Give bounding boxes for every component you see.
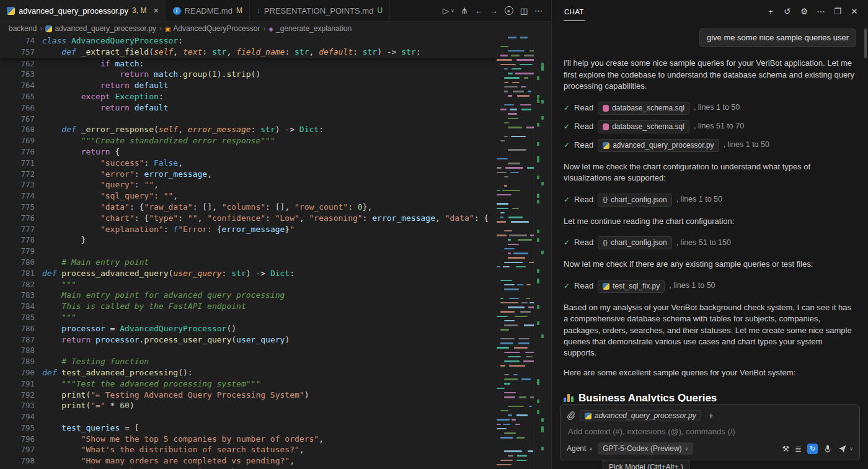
- more-actions-icon[interactable]: ⋯: [813, 4, 828, 19]
- tab-advanced_query_processor-py[interactable]: advanced_query_processor.py3, M×: [0, 0, 166, 21]
- check-icon: ✓: [564, 281, 570, 292]
- code-line: 792 print("✏ Testing Advanced Query Proc…: [0, 390, 495, 401]
- tool-action-label: Read: [574, 121, 593, 132]
- file-name: chart_config.json: [611, 195, 667, 205]
- tab-bar: advanced_query_processor.py3, M×iREADME.…: [0, 0, 551, 22]
- code-line: 777 "explanation": f"Error: {error_messa…: [0, 224, 495, 235]
- code-line: 74class AdvancedQueryProcessor:: [0, 35, 495, 47]
- markdown-file-icon: ↓: [257, 6, 260, 15]
- attached-file-chip[interactable]: advanced_query_processor.py: [580, 410, 701, 421]
- overview-ruler[interactable]: [534, 35, 551, 469]
- attach-context-button[interactable]: [567, 411, 575, 421]
- breadcrumb-item-advancedqueryprocessor[interactable]: ▣AdvancedQueryProcessor: [165, 24, 260, 33]
- assistant-paragraph: Based on my analysis of your VeriBot bac…: [564, 302, 856, 359]
- add-context-button[interactable]: +: [706, 410, 717, 421]
- split-editor-button[interactable]: ◫: [520, 6, 528, 16]
- code-line: 787 return processor.process_user_query(…: [0, 334, 495, 346]
- file-chip[interactable]: {}chart_config.json: [598, 236, 672, 249]
- line-content: [35, 411, 42, 422]
- tab-presentation_points-md[interactable]: ↓PRESENTATION_POINTS.mdU: [250, 0, 390, 21]
- line-content: "Show me the most expensive packages",: [35, 467, 265, 469]
- line-content: def test_advanced_processing():: [35, 367, 193, 378]
- json-file-icon: {}: [603, 195, 608, 204]
- line-number: 767: [0, 114, 35, 125]
- history-icon[interactable]: ↺: [780, 4, 795, 19]
- tool-call-row: ✓Read{}chart_config.json, lines 51 to 15…: [564, 235, 856, 251]
- line-content: "What's the distribution of search statu…: [35, 444, 304, 455]
- code-line: 796 "Show me the top 5 companies by numb…: [0, 434, 495, 445]
- file-chip[interactable]: advanced_query_processor.py: [598, 139, 719, 152]
- chat-input[interactable]: advanced_query_processor.py + Add contex…: [560, 404, 860, 460]
- chat-input-placeholder[interactable]: Add context (#), extensions (@), command…: [568, 427, 852, 436]
- run-dropdown-chevron[interactable]: ∨: [451, 8, 454, 14]
- code-line: 784 This is called by the FastAPI endpoi…: [0, 301, 495, 312]
- close-icon[interactable]: ✕: [847, 4, 862, 19]
- line-number: 795: [0, 422, 35, 434]
- close-tab-icon[interactable]: ×: [153, 6, 158, 16]
- code-line: 779: [0, 246, 495, 257]
- more-actions-button[interactable]: ⋯: [534, 6, 542, 16]
- file-chip[interactable]: database_schema.sql: [598, 102, 689, 115]
- line-content: processor = AdvancedQueryProcessor(): [35, 323, 236, 334]
- new-chat-icon[interactable]: +: [763, 4, 778, 19]
- minimap[interactable]: [495, 35, 534, 469]
- code-line: 766 return default: [0, 102, 495, 114]
- line-number: 772: [0, 169, 35, 180]
- file-chip[interactable]: database_schema.sql: [598, 120, 689, 133]
- configure-tools-icon[interactable]: ⚒: [782, 444, 790, 453]
- line-number: 782: [0, 279, 35, 290]
- tab-modified-badge: M: [236, 6, 242, 15]
- line-content: def _extract_field(self, text: str, fiel…: [35, 47, 421, 58]
- code-line: 789 # Testing function: [0, 356, 495, 367]
- line-content: """: [35, 279, 76, 290]
- line-number: 786: [0, 323, 35, 334]
- tool-action-label: Read: [574, 280, 593, 292]
- navigate-forward-button[interactable]: →: [490, 6, 498, 16]
- breadcrumb-item-backend[interactable]: backend: [9, 24, 37, 33]
- tool-action-label: Read: [574, 237, 593, 248]
- code-line: 767: [0, 114, 495, 125]
- line-number: 781: [0, 268, 35, 279]
- model-picker[interactable]: GPT-5-Codex (Preview) ∨: [598, 442, 693, 455]
- line-number: 770: [0, 146, 35, 158]
- mic-icon[interactable]: [823, 444, 832, 453]
- expand-icon[interactable]: ❐: [830, 4, 845, 19]
- input-controls-row: Agent ∨ GPT-5-Codex (Preview) ∨ ⚒≣↻∨: [567, 442, 853, 455]
- settings-gear-icon[interactable]: ⚙: [797, 4, 812, 19]
- loop-badge-icon[interactable]: ↻: [807, 444, 818, 454]
- line-number: 762: [0, 58, 35, 69]
- send-button[interactable]: [838, 444, 847, 453]
- code-line: "Show me the most expensive packages",: [0, 467, 495, 469]
- tab-label: advanced_query_processor.py: [19, 6, 128, 16]
- line-content: return processor.process_user_query(user…: [35, 334, 290, 346]
- line-content: return match.group(1).strip(): [35, 69, 260, 80]
- run-python-file-button[interactable]: ▷: [443, 6, 449, 16]
- chat-scrollbar[interactable]: [864, 29, 867, 58]
- breadcrumb-item-_generate_explanation[interactable]: ◈_generate_explanation: [268, 24, 352, 33]
- code-area[interactable]: 74class AdvancedQueryProcessor:757 def _…: [0, 35, 495, 469]
- code-editor[interactable]: 74class AdvancedQueryProcessor:757 def _…: [0, 35, 551, 469]
- database-file-icon: [603, 105, 609, 112]
- file-chip[interactable]: {}chart_config.json: [598, 194, 672, 207]
- line-number: 774: [0, 190, 35, 202]
- navigate-back-button[interactable]: ←: [475, 6, 483, 16]
- line-content: "error": error_message,: [35, 169, 212, 180]
- mode-picker[interactable]: Agent ∨: [567, 444, 593, 453]
- tab-readme-md[interactable]: iREADME.mdM: [166, 0, 250, 21]
- line-content: except Exception:: [35, 91, 164, 102]
- code-line: 786 processor = AdvancedQueryProcessor(): [0, 323, 495, 334]
- file-chip[interactable]: test_sql_fix.py: [598, 280, 665, 293]
- check-icon: ✓: [564, 238, 570, 248]
- send-dropdown-chevron[interactable]: ∨: [849, 446, 853, 452]
- line-content: """Test the advanced processing system""…: [35, 378, 260, 390]
- code-line: 791 """Test the advanced processing syst…: [0, 378, 495, 390]
- breadcrumb-item-advanced_query_processor-py[interactable]: advanced_query_processor.py: [45, 24, 156, 33]
- editor-actions: ▷∨⋔←→▸◫⋯: [434, 0, 551, 21]
- line-number: 757: [0, 47, 35, 58]
- source-control-graph-button[interactable]: ⋔: [461, 6, 468, 16]
- run-all-button[interactable]: ▸: [505, 6, 513, 15]
- code-line: 757 def _extract_field(self, text: str, …: [0, 47, 495, 58]
- file-name: test_sql_fix.py: [613, 281, 660, 292]
- check-icon: ✓: [564, 140, 570, 151]
- task-list-icon[interactable]: ≣: [795, 444, 802, 453]
